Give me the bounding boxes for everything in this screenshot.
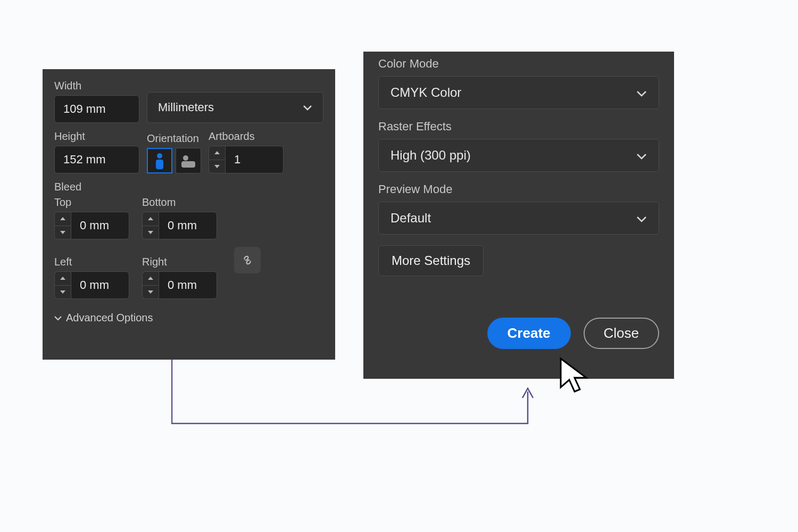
units-value: Millimeters	[158, 101, 214, 114]
bleed-left-stepper[interactable]: 0 mm	[54, 271, 129, 299]
artboards-stepper[interactable]: 1	[209, 146, 323, 173]
advanced-options-panel: Color Mode CMYK Color Raster Effects Hig…	[363, 52, 674, 379]
advanced-options-toggle[interactable]: Advanced Options	[54, 306, 323, 324]
stepper-up-icon[interactable]	[209, 146, 225, 160]
link-icon	[240, 253, 254, 267]
orientation-label: Orientation	[147, 132, 201, 145]
bleed-label: Bleed	[54, 181, 323, 193]
orientation-portrait-button[interactable]	[147, 148, 172, 173]
create-button[interactable]: Create	[487, 318, 571, 349]
chevron-down-icon	[636, 85, 647, 100]
svg-rect-1	[156, 160, 163, 169]
link-bleed-button[interactable]	[234, 247, 261, 273]
units-dropdown[interactable]: Millimeters	[147, 92, 323, 123]
width-input[interactable]: 109 mm	[54, 95, 139, 123]
bleed-right-label: Right	[142, 256, 217, 268]
preview-mode-label: Preview Mode	[378, 182, 659, 196]
bleed-bottom-stepper[interactable]: 0 mm	[142, 212, 217, 239]
chevron-down-icon	[303, 104, 312, 111]
chevron-down-icon	[636, 211, 647, 226]
artboards-value[interactable]: 1	[225, 146, 284, 173]
artboards-label: Artboards	[209, 130, 323, 143]
raster-effects-label: Raster Effects	[378, 120, 659, 134]
preview-mode-dropdown[interactable]: Default	[378, 202, 659, 235]
height-label: Height	[54, 130, 139, 143]
stepper-down-icon[interactable]	[209, 160, 225, 173]
more-settings-button[interactable]: More Settings	[378, 245, 484, 276]
svg-point-0	[157, 153, 162, 159]
bleed-right-stepper[interactable]: 0 mm	[142, 271, 217, 299]
portrait-icon	[152, 151, 168, 171]
svg-point-2	[183, 155, 188, 161]
landscape-icon	[178, 153, 198, 169]
color-mode-dropdown[interactable]: CMYK Color	[378, 76, 659, 109]
bleed-top-stepper[interactable]: 0 mm	[54, 212, 129, 239]
width-label: Width	[54, 80, 139, 92]
bleed-top-label: Top	[54, 196, 129, 209]
height-input[interactable]: 152 mm	[54, 146, 139, 173]
svg-rect-3	[181, 161, 195, 168]
raster-effects-dropdown[interactable]: High (300 ppi)	[378, 139, 659, 172]
bleed-left-label: Left	[54, 256, 129, 268]
chevron-down-icon	[636, 148, 647, 163]
document-setup-panel: Width 109 mm Millimeters Height 152 mm O…	[43, 69, 335, 360]
bleed-bottom-label: Bottom	[142, 196, 217, 209]
chevron-down-icon	[54, 315, 62, 321]
close-button[interactable]: Close	[584, 318, 659, 349]
orientation-landscape-button[interactable]	[176, 148, 201, 173]
color-mode-label: Color Mode	[378, 57, 659, 71]
